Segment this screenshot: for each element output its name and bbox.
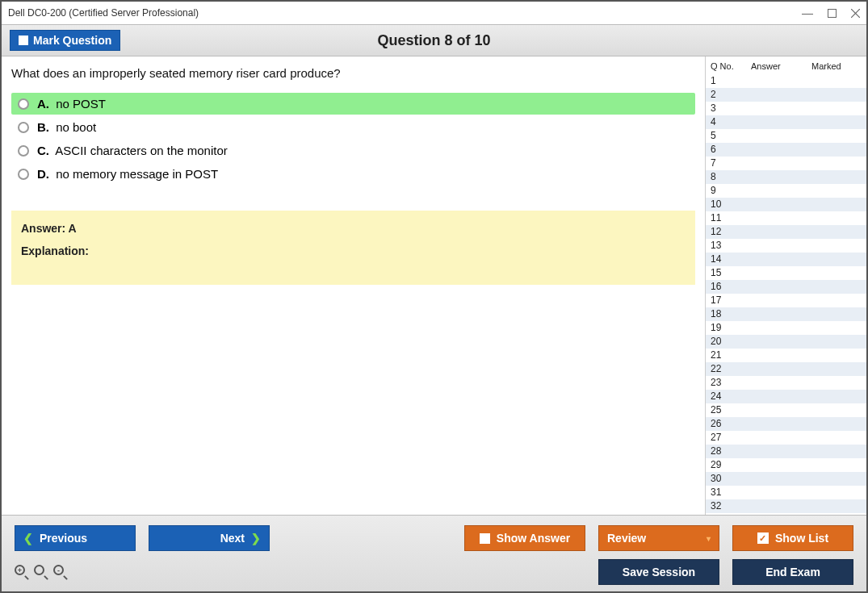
table-row[interactable]: 14 bbox=[706, 253, 866, 266]
table-row[interactable]: 11 bbox=[706, 211, 866, 225]
table-row[interactable]: 6 bbox=[706, 143, 866, 157]
table-row[interactable]: 12 bbox=[706, 225, 866, 239]
row-qno: 26 bbox=[711, 417, 751, 431]
row-qno: 20 bbox=[711, 335, 751, 349]
header-bar: Mark Question Question 8 of 10 bbox=[2, 24, 866, 56]
question-grid-scroll[interactable]: 1234567891011121314151617181920212223242… bbox=[706, 74, 866, 515]
table-row[interactable]: 4 bbox=[706, 115, 866, 129]
save-session-button[interactable]: Save Session bbox=[598, 559, 719, 585]
question-counter: Question 8 of 10 bbox=[377, 32, 490, 49]
row-qno: 1 bbox=[711, 74, 751, 88]
row-qno: 7 bbox=[711, 157, 751, 170]
table-row[interactable]: 1 bbox=[706, 74, 866, 88]
zoom-out-icon[interactable]: - bbox=[53, 565, 68, 579]
mark-question-button[interactable]: Mark Question bbox=[10, 30, 120, 51]
chevron-down-icon: ▾ bbox=[707, 534, 711, 543]
option-a[interactable]: A. no POST bbox=[11, 93, 695, 115]
checkbox-icon bbox=[19, 35, 28, 45]
table-row[interactable]: 18 bbox=[706, 307, 866, 321]
table-row[interactable]: 31 bbox=[706, 486, 866, 499]
table-row[interactable]: 26 bbox=[706, 417, 866, 431]
window-controls: — bbox=[802, 9, 860, 18]
row-qno: 31 bbox=[711, 486, 751, 499]
table-row[interactable]: 16 bbox=[706, 280, 866, 294]
row-qno: 30 bbox=[711, 472, 751, 486]
table-row[interactable]: 21 bbox=[706, 349, 866, 362]
table-row[interactable]: 17 bbox=[706, 294, 866, 307]
row-qno: 4 bbox=[711, 115, 751, 129]
row-qno: 9 bbox=[711, 184, 751, 198]
review-label: Review bbox=[607, 532, 646, 545]
option-b[interactable]: B. no boot bbox=[11, 116, 695, 138]
save-session-label: Save Session bbox=[623, 566, 695, 578]
table-row[interactable]: 30 bbox=[706, 472, 866, 486]
question-panel: What does an improperly seated memory ri… bbox=[2, 56, 705, 515]
row-qno: 23 bbox=[711, 376, 751, 390]
show-list-button[interactable]: ✓ Show List bbox=[732, 525, 853, 551]
row-qno: 22 bbox=[711, 362, 751, 376]
row-qno: 18 bbox=[711, 307, 751, 321]
option-text: D. no memory message in POST bbox=[37, 167, 218, 181]
answer-box: Answer: A Explanation: bbox=[11, 211, 695, 285]
show-answer-label: Show Answer bbox=[497, 532, 570, 545]
row-qno: 12 bbox=[711, 225, 751, 239]
radio-icon bbox=[18, 98, 29, 110]
end-exam-button[interactable]: End Exam bbox=[732, 559, 853, 585]
table-row[interactable]: 29 bbox=[706, 458, 866, 472]
table-row[interactable]: 5 bbox=[706, 129, 866, 143]
row-qno: 21 bbox=[711, 349, 751, 362]
question-text: What does an improperly seated memory ri… bbox=[11, 66, 695, 80]
table-row[interactable]: 28 bbox=[706, 445, 866, 458]
table-row[interactable]: 15 bbox=[706, 266, 866, 280]
review-button[interactable]: Review ▾ bbox=[598, 525, 719, 551]
table-row[interactable]: 13 bbox=[706, 239, 866, 253]
row-qno: 32 bbox=[711, 499, 751, 513]
mark-question-label: Mark Question bbox=[33, 34, 111, 47]
show-list-label: Show List bbox=[775, 532, 828, 545]
table-row[interactable]: 24 bbox=[706, 390, 866, 403]
table-row[interactable]: 10 bbox=[706, 198, 866, 211]
row-qno: 11 bbox=[711, 211, 751, 225]
option-text: A. no POST bbox=[37, 97, 106, 111]
titlebar: Dell DC0-200 (Certified Server Professio… bbox=[2, 2, 866, 24]
table-row[interactable]: 2 bbox=[706, 88, 866, 102]
table-row[interactable]: 20 bbox=[706, 335, 866, 349]
row-qno: 28 bbox=[711, 445, 751, 458]
previous-label: Previous bbox=[40, 532, 87, 545]
zoom-icon[interactable] bbox=[34, 565, 48, 579]
row-qno: 16 bbox=[711, 280, 751, 294]
svg-rect-0 bbox=[828, 9, 837, 17]
option-d[interactable]: D. no memory message in POST bbox=[11, 163, 695, 185]
row-qno: 24 bbox=[711, 390, 751, 403]
zoom-in-icon[interactable]: + bbox=[15, 565, 29, 579]
chevron-left-icon: ❮ bbox=[23, 532, 33, 545]
table-row[interactable]: 19 bbox=[706, 321, 866, 335]
previous-button[interactable]: ❮ Previous bbox=[15, 525, 136, 551]
option-text: C. ASCII characters on the monitor bbox=[37, 144, 228, 157]
show-answer-button[interactable]: Show Answer bbox=[464, 525, 585, 551]
table-row[interactable]: 25 bbox=[706, 403, 866, 417]
row-qno: 14 bbox=[711, 253, 751, 266]
col-qno: Q No. bbox=[711, 61, 751, 71]
option-c[interactable]: C. ASCII characters on the monitor bbox=[11, 140, 695, 161]
table-row[interactable]: 22 bbox=[706, 362, 866, 376]
row-qno: 10 bbox=[711, 198, 751, 211]
radio-icon bbox=[18, 145, 29, 157]
table-row[interactable]: 9 bbox=[706, 184, 866, 198]
row-qno: 2 bbox=[711, 88, 751, 102]
row-qno: 19 bbox=[711, 321, 751, 335]
table-row[interactable]: 3 bbox=[706, 102, 866, 115]
radio-icon bbox=[18, 169, 29, 180]
explanation-label: Explanation: bbox=[21, 244, 686, 257]
table-row[interactable]: 32 bbox=[706, 499, 866, 513]
table-row[interactable]: 8 bbox=[706, 170, 866, 184]
close-icon[interactable] bbox=[851, 9, 860, 18]
radio-icon bbox=[18, 122, 29, 133]
minimize-icon[interactable]: — bbox=[802, 9, 813, 17]
table-row[interactable]: 27 bbox=[706, 431, 866, 445]
next-button[interactable]: Next ❯ bbox=[149, 525, 270, 551]
checkbox-icon bbox=[480, 533, 490, 544]
maximize-icon[interactable] bbox=[828, 9, 837, 18]
table-row[interactable]: 23 bbox=[706, 376, 866, 390]
table-row[interactable]: 7 bbox=[706, 157, 866, 170]
